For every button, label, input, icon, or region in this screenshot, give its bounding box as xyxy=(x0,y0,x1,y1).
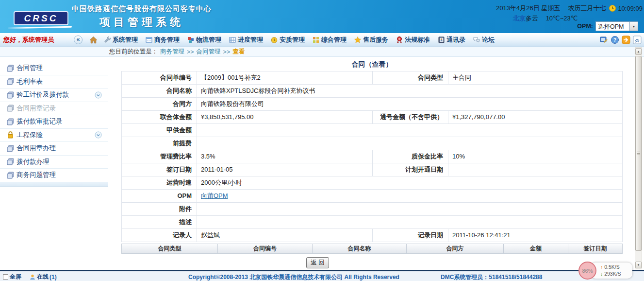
contract-detail-form: 合同单编号 【2009】001号补充2 合同类型 主合同 合同名称 向莆铁路XP… xyxy=(121,71,623,242)
online-users[interactable]: 在线(1) xyxy=(29,273,57,281)
collapse-navbar-icon[interactable] xyxy=(633,35,642,44)
field-value xyxy=(197,216,622,228)
network-speed-panel: ↑ 0.5K/S ↓ 293K/S xyxy=(591,263,632,279)
sidebar-collapse-button[interactable]: « xyxy=(74,35,83,44)
field-label: 前提费 xyxy=(122,137,197,150)
scrollbar-thumb[interactable] xyxy=(635,56,642,251)
person-icon xyxy=(29,274,36,281)
sidebar-item-contract-seal-records[interactable]: 合同用章记录 xyxy=(0,102,108,116)
folder-icon xyxy=(6,77,15,86)
system-title: 项目管理系统 xyxy=(71,15,213,30)
nav-item-regulations[interactable]: 法规标准 xyxy=(396,35,430,44)
form-row: 记录人 赵益斌 记录日期 2011-10-26 12:41:21 xyxy=(122,229,622,242)
nav-item-system[interactable]: 系统管理 xyxy=(103,35,138,44)
column-header[interactable]: 合同编号 xyxy=(218,244,313,253)
chevron-down-icon[interactable] xyxy=(95,91,102,99)
field-value xyxy=(448,163,622,176)
scroll-up-arrow[interactable]: ▲ xyxy=(635,48,642,55)
breadcrumb-separator: >> xyxy=(187,49,194,55)
sidebar-item-inspection-pricing-payment[interactable]: 验工计价及拨付款 xyxy=(0,88,108,102)
network-percent-badge[interactable]: 86% xyxy=(578,262,596,280)
footer: 全屏 在线(1) Copyright©2008-2013 北京国铁华晨通信信息技… xyxy=(0,270,644,281)
form-row: 附件 xyxy=(122,203,622,216)
sidebar-item-payment-approval-records[interactable]: 拨付款审批记录 xyxy=(0,115,108,129)
field-label: 运营时速 xyxy=(122,176,197,189)
back-button[interactable]: 返 回 xyxy=(306,257,329,268)
field-label: 计划开通日期 xyxy=(373,163,448,176)
breadcrumb: 您目前的位置是： 商务管理 >> 合同管理 >> 查看 xyxy=(0,47,644,57)
field-label: 联合体金额 xyxy=(122,111,197,123)
field-value xyxy=(197,203,622,215)
sidebar-item-business-issue-management[interactable]: 商务问题管理 xyxy=(0,169,108,182)
note-screen-icon[interactable] xyxy=(599,35,608,44)
form-row: 签订日期 2011-01-05 计划开通日期 xyxy=(122,163,622,176)
clock-time: 10:09:09 xyxy=(618,5,643,12)
nav-item-logistics[interactable]: 物流管理 xyxy=(187,35,221,44)
main-content: 合同（查看） 合同单编号 【2009】001号补充2 合同类型 主合同 合同名称… xyxy=(108,57,644,270)
lunar-date-text: 农历三月十七 xyxy=(568,4,606,13)
folder-icon xyxy=(6,144,15,153)
opm-select[interactable]: 选择OPM ▼ xyxy=(595,21,638,31)
help-icon[interactable]: ? xyxy=(611,35,619,44)
field-label: 通号金额（不含甲供） xyxy=(373,111,448,123)
form-row: 合同名称 向莆铁路XPTLSDJC标段合同补充协议书 xyxy=(122,85,622,98)
company-name: 中国铁路通信信号股份有限公司客专中心 xyxy=(71,4,213,14)
opm-selector-row: OPM: 选择OPM ▼ xyxy=(577,21,638,31)
nav-item-comprehensive[interactable]: 综合管理 xyxy=(312,35,347,44)
logout-arrow-icon[interactable] xyxy=(622,35,630,44)
breadcrumb-link-contract[interactable]: 合同管理 xyxy=(197,48,221,56)
field-value: 2011-10-26 12:41:21 xyxy=(448,229,622,242)
field-label: 管理费比率 xyxy=(122,150,197,163)
dmc-admin-contact: DMC系统管理员：51841518/51844288 xyxy=(441,273,542,281)
page-title: 合同（查看） xyxy=(121,60,623,69)
home-icon[interactable] xyxy=(89,36,98,44)
header-datetime: 2013年4月26日 星期五 农历三月十七 10:09:09 xyxy=(496,4,643,13)
sidebar-item-project-insurance[interactable]: 工程保险 xyxy=(0,129,108,142)
sidebar-item-contract-seal-handling[interactable]: 合同用章办理 xyxy=(0,142,108,156)
field-value: ¥1,327,790,077.00 xyxy=(448,111,622,123)
online-count: (1) xyxy=(50,274,57,281)
fullscreen-toggle[interactable]: 全屏 xyxy=(3,273,21,281)
folder-icon xyxy=(6,91,15,99)
nav-item-after-sales[interactable]: 售后服务 xyxy=(354,35,388,44)
field-value: ¥3,850,531,795.00 xyxy=(197,111,373,123)
nav-item-contacts[interactable]: 通讯录 xyxy=(437,35,465,44)
sidebar-footer-strip xyxy=(0,182,108,187)
field-label: 合同类型 xyxy=(373,71,448,84)
column-header[interactable]: 合同类型 xyxy=(122,244,218,253)
form-row: 运营时速 2000公里/小时 xyxy=(122,176,622,190)
nav-item-business[interactable]: 商务管理 xyxy=(145,35,180,44)
body: 合同管理 毛利率表 验工计价及拨付款 合同用章记录 拨付款审批记录 xyxy=(0,57,644,270)
opm-selected-value: 选择OPM xyxy=(596,22,629,31)
column-header[interactable]: 合同方 xyxy=(407,244,504,253)
nav-item-safety-quality[interactable]: 安质管理 xyxy=(270,35,305,44)
field-label: 合同方 xyxy=(122,98,197,110)
breadcrumb-link-business[interactable]: 商务管理 xyxy=(160,48,184,56)
sidebar-item-contract-management[interactable]: 合同管理 xyxy=(0,62,108,75)
opm-link[interactable]: 向莆OPM xyxy=(201,192,228,199)
svg-text:?: ? xyxy=(613,37,616,43)
folder-icon xyxy=(6,64,15,72)
column-header[interactable]: 签订日期 xyxy=(568,244,622,253)
form-row: 描述 xyxy=(122,216,622,229)
scroll-down-arrow[interactable]: ▼ xyxy=(635,262,642,268)
city-label: 北京 xyxy=(513,15,526,22)
nav-item-forum[interactable]: 论坛 xyxy=(473,35,495,44)
vertical-scrollbar[interactable]: ▲ ▼ xyxy=(635,47,642,269)
column-header[interactable]: 合同名称 xyxy=(313,244,407,253)
navbar-right-tools: ? xyxy=(599,35,644,44)
field-label: 合同单编号 xyxy=(122,71,197,84)
download-arrow-icon: ↓ xyxy=(600,271,603,277)
fullscreen-checkbox-icon[interactable] xyxy=(3,274,8,280)
upload-arrow-icon: ↑ xyxy=(600,264,603,270)
sidebar-item-payment-handling[interactable]: 拨付款办理 xyxy=(0,156,108,169)
nav-item-progress[interactable]: 进度管理 xyxy=(229,35,263,44)
breadcrumb-current: 查看 xyxy=(232,48,245,56)
chevron-down-icon[interactable] xyxy=(95,131,102,139)
sidebar-item-gross-margin-table[interactable]: 毛利率表 xyxy=(0,75,108,89)
header-titles: 中国铁路通信信号股份有限公司客专中心 项目管理系统 xyxy=(71,4,213,30)
column-header[interactable]: 金额 xyxy=(504,244,568,253)
grid-blocks-icon xyxy=(312,36,320,44)
field-value xyxy=(197,124,622,137)
opm-dropdown-arrow-icon[interactable]: ▼ xyxy=(629,22,638,31)
